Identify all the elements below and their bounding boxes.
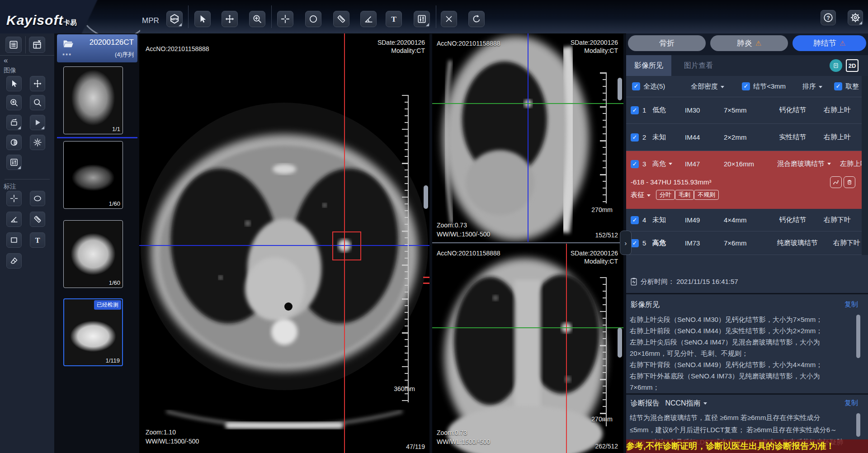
nodule-row-1[interactable]: ✓ 1 低危 IM30 7×5mm 钙化结节 右肺上叶 [626,97,862,124]
nodule-checkbox[interactable]: ✓ [631,239,639,247]
rail-point-mark-button[interactable] [6,191,22,206]
series-thumbnail[interactable]: 1/1 [63,66,123,134]
rail-ellipse-button[interactable] [30,191,45,206]
follow-up-curve-button[interactable] [830,176,842,188]
sort-dropdown[interactable]: 排序 [802,82,822,91]
feature-chip[interactable]: 分叶 [656,190,675,200]
pan-icon [33,79,42,88]
nodule-row-2[interactable]: ✓ 2 未知 IM44 2×2mm 实性结节 右肺上叶 [626,124,862,151]
report-copy-button[interactable]: 复制 [844,399,858,407]
panel-collapse-handle[interactable]: › [620,231,632,255]
ellipse-icon [33,194,42,203]
rail-pointer-button[interactable] [6,76,22,91]
pan-tool-button[interactable] [222,11,238,27]
mode-fracture-button[interactable]: 骨折 [628,35,706,51]
nodule-row-4[interactable]: ✓ 4 未知 IM49 4×4mm 钙化结节 右肺下叶 [626,209,862,231]
rail-text-button[interactable]: T [30,232,45,248]
delete-tool-button[interactable] [441,11,457,27]
collapse-rail-button[interactable]: « [4,56,8,65]
nodule-type-dropdown[interactable]: 混合磨玻璃结节 [777,160,831,168]
window-level-icon [9,158,19,167]
nodule-checkbox[interactable]: ✓ [631,216,639,224]
nodule-list-scrollbar-track[interactable] [862,76,868,255]
feature-chip[interactable]: 毛刺 [675,190,694,200]
flat-2d-button[interactable]: 2D [846,59,859,72]
rail-divider [25,36,26,53]
settings-button[interactable] [848,10,863,25]
series-thumbnail-active[interactable]: 已经检测 1/119 [63,298,123,366]
coronal-crosshair-horizontal[interactable] [432,327,623,328]
axial-viewport[interactable]: AccNO:202101158888 SDate:20200126 Modali… [139,33,429,453]
nodule-checkbox[interactable]: ✓ [631,133,639,142]
axial-crosshair-horizontal[interactable] [139,245,429,246]
rail-brightness-button[interactable] [30,135,45,150]
findings-copy-button[interactable]: 复制 [844,300,858,309]
coronal-viewport[interactable]: AccNO:202101158888 SDate:20200126 Modali… [432,244,623,453]
nodule-checkbox[interactable]: ✓ [631,160,639,168]
text-tool-button[interactable]: T [386,11,402,27]
ruler-tool-button[interactable] [333,11,349,27]
nodule-row-3-selected[interactable]: ✓ 3 高危 IM47 20×16mm 混合磨玻璃结节 左肺上叶 -618 - … [626,151,862,209]
sagittal-viewport[interactable]: AccNO:202101158888 SDate:20200126 Modali… [432,33,623,242]
rail-rotate-button[interactable] [6,115,22,130]
circle-tool-button[interactable] [305,11,321,27]
mode-pneumonia-button[interactable]: 肺炎 ⚠ [710,35,788,51]
rail-window-level-button[interactable] [6,155,22,170]
feature-dropdown[interactable]: 表征 [631,191,651,199]
reset-rotate-button[interactable] [468,11,485,27]
sagittal-wwwl-label: WW/WL:1500/-500 [437,231,490,238]
thumbnail-count: 1/119 [105,357,120,364]
round-label[interactable]: 取整 [845,82,859,91]
nodule-grade-dropdown[interactable]: 高危 [652,160,685,168]
rail-rect-button[interactable] [6,232,22,248]
report-preview-button[interactable] [830,59,842,72]
nodule-type: 钙化结节 [777,106,808,114]
sagittal-crosshair-horizontal[interactable] [432,103,623,104]
lt3mm-label[interactable]: 结节<3mm [753,82,786,91]
rail-magnify-button[interactable] [30,95,45,110]
rail-angle-button[interactable] [6,212,22,227]
rail-invert-button[interactable] [6,135,22,150]
round-checkbox[interactable]: ✓ [834,82,842,90]
sagittal-crosshair-vertical[interactable] [528,33,528,242]
lt3mm-checkbox[interactable]: ✓ [742,82,750,90]
tab-findings[interactable]: 影像所见 [626,55,671,76]
help-button[interactable]: ? [821,10,836,25]
select-all-checkbox[interactable]: ✓ [632,82,640,90]
tab-image-view[interactable]: 图片查看 [676,55,721,76]
window-level-button[interactable] [414,11,430,27]
axial-scrollbar-thumb[interactable] [424,185,428,209]
feature-chip[interactable]: 不规则 [694,190,719,200]
report-guideline-dropdown[interactable]: NCCN指南 [665,399,700,407]
mpr-mode-button[interactable]: MPR [166,11,183,27]
close-layout-button[interactable] [29,37,45,53]
svg-text:T: T [391,14,396,24]
crosshair-tool-button[interactable] [277,11,293,27]
mode-nodule-button[interactable]: 肺结节 ⚠ [793,35,866,51]
series-list-button[interactable] [5,37,22,53]
coronal-crosshair-vertical[interactable] [566,244,567,453]
rail-cine-play-button[interactable] [30,115,45,130]
chevron-down-icon [647,194,651,197]
nodule-location: 右肺下叶 [818,239,860,247]
rail-eraser-button[interactable] [6,253,22,269]
rail-ruler-button[interactable] [30,212,45,227]
report-scrollbar-thumb[interactable] [856,413,860,437]
density-dropdown[interactable]: 全部密度 [691,82,724,91]
study-header[interactable]: 20200126CT *** (4)序列 [57,34,137,62]
coronal-scrollbar-thumb[interactable] [618,328,622,358]
series-thumbnail[interactable]: 1/60 [63,220,123,288]
rail-zoom-in-button[interactable] [6,95,22,110]
sagittal-scrollbar-thumb[interactable] [618,78,622,100]
rail-pan-button[interactable] [30,76,45,91]
angle-tool-button[interactable] [360,11,377,27]
series-thumbnail[interactable]: 1/60 [63,141,123,209]
zoom-in-tool-button[interactable] [249,11,265,27]
select-all-label[interactable]: 全选(5) [643,82,665,91]
nodule-checkbox[interactable]: ✓ [631,106,639,114]
delete-nodule-button[interactable] [844,176,855,188]
findings-scrollbar-thumb[interactable] [856,315,860,358]
pointer-tool-button[interactable] [194,11,211,27]
trash-icon [846,179,853,186]
nodule-row-5[interactable]: ✓ 5 高危 IM73 7×6mm 纯磨玻璃结节 右肺下叶 [626,231,862,255]
